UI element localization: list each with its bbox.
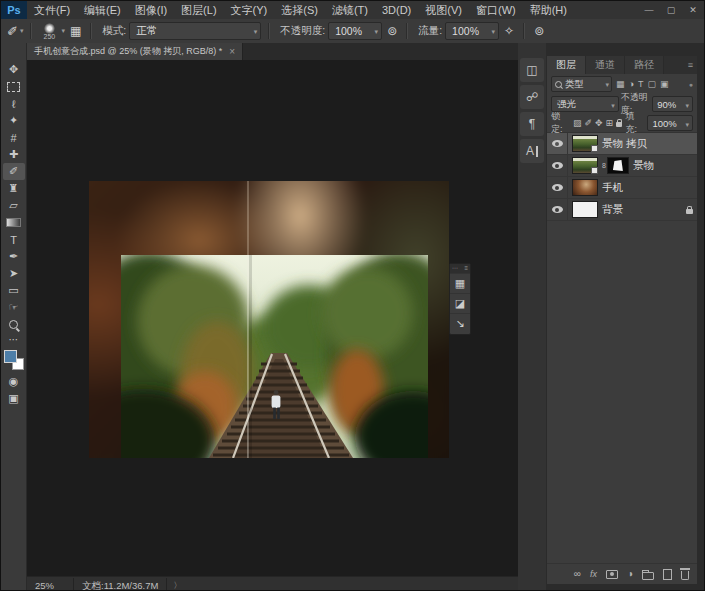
layer-name[interactable]: 背景 (602, 203, 623, 217)
opacity-select[interactable]: 100% ▾ (328, 22, 382, 40)
edit-toolbar-icon[interactable]: ⋯ (9, 335, 19, 345)
floating-panel[interactable]: ⋯ ≡ ▦ ◪ ↘ (449, 263, 471, 335)
canvas-area[interactable]: ⋯ ≡ ▦ ◪ ↘ (27, 60, 518, 576)
lock-position-icon[interactable]: ✥ (595, 118, 603, 128)
filter-smart-object-icon[interactable]: ▣ (660, 79, 669, 89)
layer-thumbnail[interactable] (572, 157, 598, 174)
lock-transparency-icon[interactable]: ▨ (573, 118, 582, 128)
layer-thumbnail[interactable] (572, 179, 598, 196)
crop-tool[interactable]: # (3, 129, 25, 146)
layer-row-scene-copy[interactable]: 景物 拷贝 (547, 133, 697, 155)
history-panel-button[interactable]: ◫ (520, 58, 544, 82)
quick-mask-button[interactable]: ◉ (3, 373, 25, 390)
type-tool[interactable]: T (3, 231, 25, 248)
menu-view[interactable]: 视图(V) (418, 1, 469, 19)
filter-type-select[interactable]: 类型 ▾ (551, 76, 612, 92)
rectangular-marquee-tool[interactable] (3, 78, 25, 95)
layer-blend-mode-select[interactable]: 强光 ▾ (551, 96, 619, 112)
pen-tool[interactable]: ✒ (3, 248, 25, 265)
lasso-tool[interactable]: ℓ (3, 95, 25, 112)
brush-preset-picker[interactable]: 250 ▾ (39, 23, 65, 40)
menu-3d[interactable]: 3D(D) (375, 1, 418, 19)
close-button[interactable]: ✕ (682, 1, 704, 19)
layer-row-background[interactable]: 背景 (547, 199, 697, 221)
layer-row-scene[interactable]: 8 景物 (547, 155, 697, 177)
screen-mode-button[interactable]: ▣ (3, 390, 25, 407)
tab-layers[interactable]: 图层 (547, 56, 586, 74)
floating-panel-header[interactable]: ⋯ ≡ (450, 264, 470, 273)
menu-type[interactable]: 文字(Y) (224, 1, 275, 19)
rectangle-shape-tool[interactable]: ▭ (3, 282, 25, 299)
filter-pixel-icon[interactable]: ▦ (616, 79, 625, 89)
move-tool[interactable]: ✥ (3, 61, 25, 78)
layer-name[interactable]: 景物 拷贝 (602, 137, 647, 151)
hand-tool[interactable]: ☞ (3, 299, 25, 316)
paragraph-panel-button[interactable]: ¶ (520, 112, 544, 136)
menu-file[interactable]: 文件(F) (27, 1, 77, 19)
delete-layer-icon[interactable] (681, 571, 689, 580)
fill-select[interactable]: 100% ▾ (647, 115, 693, 131)
filter-adjustment-icon[interactable]: ◑ (629, 79, 634, 89)
document-tab[interactable]: 手机创意合成.psd @ 25% (景物 拷贝, RGB/8) * × (27, 43, 243, 60)
export-panel-button[interactable]: ↘ (450, 313, 470, 333)
maximize-button[interactable]: ▢ (660, 1, 682, 19)
lock-artboard-icon[interactable]: ⊞ (606, 118, 614, 128)
layer-style-icon[interactable]: fx (590, 569, 597, 579)
zoom-level-field[interactable]: 25% (27, 578, 74, 591)
layer-mask-thumbnail[interactable] (607, 157, 629, 174)
eraser-tool[interactable]: ▱ (3, 197, 25, 214)
adjustments-panel-button[interactable]: ◪ (450, 293, 470, 313)
panel-menu-icon[interactable]: ≡ (464, 264, 468, 273)
new-layer-icon[interactable] (663, 569, 672, 580)
layer-name[interactable]: 景物 (633, 159, 654, 173)
layer-row-phone[interactable]: 手机 (547, 177, 697, 199)
menu-select[interactable]: 选择(S) (274, 1, 325, 19)
layer-thumbnail[interactable] (572, 135, 598, 152)
properties-panel-button[interactable]: ▦ (450, 273, 470, 293)
panel-menu-icon[interactable]: ≡ (688, 56, 697, 74)
filter-shape-icon[interactable]: ▢ (647, 79, 656, 89)
path-selection-tool[interactable]: ➤ (3, 265, 25, 282)
visibility-toggle[interactable] (547, 177, 568, 198)
menu-edit[interactable]: 编辑(E) (77, 1, 128, 19)
status-options-icon[interactable]: 〉 (167, 580, 187, 591)
mask-link-icon[interactable]: 8 (602, 162, 606, 169)
lock-all-icon[interactable] (616, 122, 622, 127)
visibility-toggle[interactable] (547, 133, 568, 154)
lock-pixels-icon[interactable]: ✐ (584, 118, 592, 128)
new-group-icon[interactable] (642, 572, 654, 580)
add-layer-mask-icon[interactable] (606, 570, 618, 579)
menu-image[interactable]: 图像(I) (128, 1, 174, 19)
menu-layer[interactable]: 图层(L) (174, 1, 223, 19)
gradient-tool[interactable] (3, 214, 25, 231)
quick-selection-tool[interactable]: ✦ (3, 112, 25, 129)
minimize-button[interactable]: — (638, 1, 660, 19)
filter-toggle-icon[interactable]: ● (689, 81, 693, 88)
adjustment-layer-icon[interactable]: ◑ (627, 569, 633, 579)
layer-opacity-select[interactable]: 90% ▾ (652, 96, 693, 112)
close-tab-icon[interactable]: × (229, 46, 235, 57)
menu-window[interactable]: 窗口(W) (469, 1, 523, 19)
clone-stamp-tool[interactable]: ♜ (3, 180, 25, 197)
zoom-tool[interactable] (3, 316, 25, 333)
spot-healing-brush-tool[interactable]: ✚ (3, 146, 25, 163)
brush-tool[interactable]: ✐ (3, 163, 25, 180)
link-layers-icon[interactable]: ∞ (574, 569, 581, 579)
visibility-toggle[interactable] (547, 155, 568, 176)
menu-filter[interactable]: 滤镜(T) (325, 1, 375, 19)
brush-presets-panel-button[interactable]: ☍ (520, 85, 544, 109)
foreground-color-swatch[interactable] (4, 350, 17, 363)
pressure-opacity-icon[interactable]: ⊚ (385, 24, 399, 38)
layer-name[interactable]: 手机 (602, 181, 623, 195)
toggle-brush-panel-icon[interactable]: ▦ (68, 24, 83, 38)
character-panel-button[interactable]: A (520, 139, 544, 163)
tool-preset-picker[interactable]: ✐ ▾ (7, 24, 23, 39)
airbrush-icon[interactable]: ✧ (502, 24, 516, 38)
blend-mode-select[interactable]: 正常 ▾ (129, 22, 261, 40)
flow-select[interactable]: 100% ▾ (445, 22, 499, 40)
document-image[interactable] (89, 181, 449, 458)
pressure-size-icon[interactable]: ⊚ (532, 24, 546, 38)
layer-thumbnail[interactable] (572, 201, 598, 218)
menu-help[interactable]: 帮助(H) (523, 1, 574, 19)
visibility-toggle[interactable] (547, 199, 568, 220)
